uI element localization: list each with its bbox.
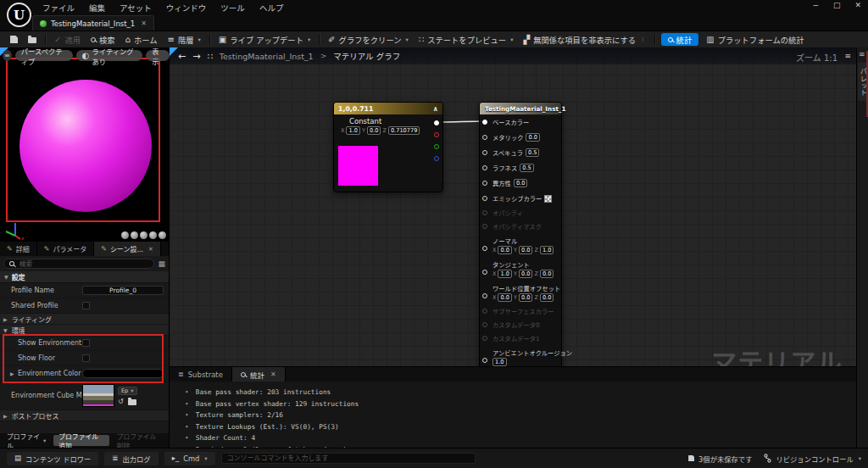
tab-substrate[interactable]: ≣ Substrate — [170, 367, 232, 382]
minimize-button[interactable]: − — [812, 1, 819, 9]
constant-y-field[interactable]: 0.0 — [367, 126, 381, 135]
pin-10[interactable]: ワールド位置オフセットX0.0Y0.0Z0.0 — [480, 281, 561, 304]
output-log-button[interactable]: ≣ 出力ログ — [104, 452, 158, 465]
pin-value-field[interactable]: 1.0 — [498, 270, 512, 278]
preview-mesh-custom-icon[interactable] — [159, 231, 166, 239]
palette-list-icon[interactable]: ≡ — [859, 51, 865, 58]
pin-9[interactable]: タンジェントX1.0Y0.0Z0.0 — [480, 257, 561, 281]
browse-icon[interactable] — [128, 399, 136, 405]
pin-8[interactable]: ノーマルX0.0Y0.0Z1.0 — [480, 233, 561, 257]
breadcrumb-root[interactable]: TestingMaaterial_Inst_1 — [220, 52, 314, 61]
settings-section-header[interactable]: ▼ 設定 — [0, 271, 169, 283]
show-floor-checkbox[interactable] — [82, 354, 90, 362]
console-command-input[interactable] — [221, 453, 476, 464]
material-graph[interactable]: マテリアル 1,0,0.711 ∧ Constant X1.0Y0.0Z0.71… — [170, 47, 856, 366]
home-button[interactable]: ⌂ホーム — [120, 31, 163, 48]
pin-value-field[interactable]: 0.5 — [520, 164, 534, 172]
details-tab-2[interactable]: ✎シーン設...✕ — [94, 242, 161, 256]
red-output-pin[interactable] — [434, 132, 439, 137]
asset-tab[interactable]: TestingMaaterial_Inst_1 ✕ — [32, 15, 154, 31]
pin-value-field[interactable]: 0.0 — [519, 270, 533, 278]
input-pin[interactable] — [482, 270, 487, 275]
category-row-8[interactable]: ▶ポストプロセス — [0, 410, 169, 421]
details-tab-1[interactable]: ✎パラメータ — [37, 242, 94, 256]
hide-unrelated-button[interactable]: ▞無関係な項目を非表示にする⋮ — [518, 31, 650, 48]
pin-value-field[interactable]: 0.5 — [526, 148, 540, 157]
preview-mesh-cylinder-icon[interactable] — [121, 231, 129, 239]
constant-node[interactable]: 1,0,0.711 ∧ Constant X1.0Y0.0Z0.710779 — [333, 102, 443, 192]
collapse-chevron-icon[interactable]: ∧ — [433, 105, 439, 113]
preview-viewport[interactable]: ≡パースペクティブ◐ライティングあり表示 x — [0, 47, 170, 242]
content-drawer-button[interactable]: ▤ コンテンツ ドロワー — [7, 452, 98, 465]
show-environment-checkbox[interactable] — [82, 339, 90, 347]
menu-item-3[interactable]: ウィンドウ — [166, 2, 207, 14]
preview-state-button[interactable]: ∷ステートをプレビュー▾ — [414, 31, 519, 48]
pin-4[interactable]: 異方性0.0 — [480, 176, 561, 191]
input-pin[interactable] — [482, 246, 487, 251]
input-pin[interactable] — [482, 165, 487, 170]
pin-5[interactable]: エミッシブカラー — [480, 191, 561, 206]
settings-grid-icon[interactable]: ▦ — [158, 260, 165, 268]
clean-graph-button[interactable]: ✐グラフをクリーン▾ — [323, 31, 414, 48]
pin-2[interactable]: スペキュラ0.5 — [480, 145, 561, 160]
rgb-output-pin[interactable] — [434, 120, 439, 125]
revision-control-button[interactable]: リビジョンコントロール ▾ — [764, 454, 861, 464]
details-search-input[interactable] — [18, 259, 149, 269]
menu-item-4[interactable]: ツール — [220, 2, 245, 14]
profile-dropdown[interactable]: プロファイル ▾ — [2, 435, 51, 446]
chevron-right-icon[interactable]: ▶ — [10, 370, 14, 376]
platform-stats-button[interactable]: ▥プラットフォームの統計 — [701, 31, 809, 48]
pin-value-field[interactable]: 1.0 — [492, 358, 507, 366]
input-pin[interactable] — [482, 358, 487, 363]
pin-value-field[interactable]: 0.0 — [519, 293, 533, 302]
shared-profile-checkbox[interactable] — [82, 302, 90, 309]
pin-value-field[interactable]: 0.0 — [526, 133, 540, 142]
blue-output-pin[interactable] — [434, 156, 439, 161]
material-output-node[interactable]: TestingMaaterial_Inst_1 ベースカラーメタリック0.0スペ… — [479, 102, 562, 366]
pin-value-field[interactable]: 0.0 — [540, 270, 554, 278]
preview-mesh-sphere-icon[interactable] — [131, 231, 138, 239]
save-button[interactable] — [5, 31, 23, 48]
forward-arrow-icon[interactable]: → — [192, 51, 200, 62]
stats-button[interactable]: 統計 — [661, 33, 699, 46]
remove-profile-button[interactable]: プロファイル削除 — [112, 435, 167, 446]
menu-item-1[interactable]: 編集 — [89, 2, 105, 14]
input-pin[interactable] — [482, 150, 487, 155]
pin-14[interactable]: アンビエントオクルージョン1.0 — [480, 345, 561, 366]
tab-stats[interactable]: 統計 ✕ — [232, 367, 286, 382]
tab-close-icon[interactable]: ✕ — [148, 246, 153, 253]
menu-item-2[interactable]: アセット — [120, 2, 152, 14]
tab-close-icon[interactable]: ✕ — [270, 370, 276, 378]
profile-name-field[interactable]: Profile_0 — [82, 286, 164, 295]
environment-color-swatch[interactable] — [82, 369, 164, 378]
unsaved-indicator[interactable]: 3個が未保存です — [688, 454, 752, 464]
hierarchy-button[interactable]: ≡階層▾ — [163, 31, 206, 48]
input-pin[interactable] — [482, 120, 487, 125]
input-pin[interactable] — [482, 135, 487, 140]
input-pin[interactable] — [482, 196, 487, 201]
cmd-dropdown[interactable]: ▸_ Cmd ▾ — [164, 452, 215, 465]
maximize-button[interactable]: □ — [833, 1, 841, 9]
preview-mesh-cube-icon[interactable] — [140, 231, 147, 239]
search-button[interactable]: 検索 — [86, 31, 120, 48]
environment-cube-map-dropdown[interactable]: Ep▾ — [118, 387, 137, 395]
more-options-icon[interactable]: ⋮ — [640, 36, 646, 43]
pin-value-field[interactable]: 1.0 — [540, 246, 554, 254]
pin-value-field[interactable]: 0.0 — [514, 179, 528, 187]
green-output-pin[interactable] — [434, 144, 439, 149]
input-pin[interactable] — [482, 293, 487, 298]
preview-mesh-teapot-icon[interactable] — [149, 231, 157, 239]
pin-value-field[interactable]: 0.0 — [498, 246, 512, 254]
details-search-box[interactable] — [3, 259, 154, 269]
graph-list-icon[interactable]: ≡ — [844, 52, 851, 60]
pin-value-field[interactable]: 0.0 — [540, 293, 554, 302]
menu-item-5[interactable]: ヘルプ — [259, 2, 284, 14]
back-arrow-icon[interactable]: ← — [178, 51, 186, 62]
lit-mode-pill[interactable]: ◐ライティングあり — [76, 50, 142, 61]
details-tab-0[interactable]: ✎詳細 — [0, 242, 37, 256]
browse-asset-button[interactable] — [23, 31, 42, 48]
constant-z-field[interactable]: 0.710779 — [388, 126, 420, 135]
tab-close-icon[interactable]: ✕ — [141, 20, 147, 27]
pin-0[interactable]: ベースカラー — [480, 114, 561, 130]
use-selected-icon[interactable]: ↺ — [118, 398, 124, 405]
